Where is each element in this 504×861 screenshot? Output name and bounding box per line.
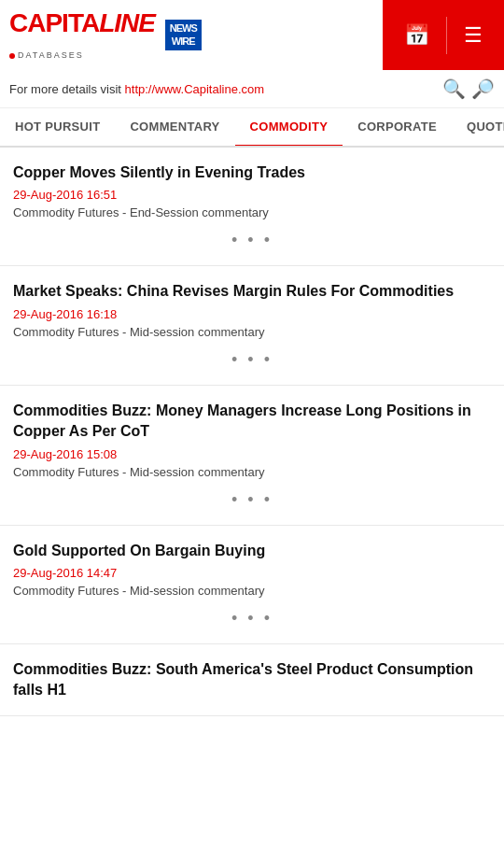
news-dots-2: • • • (13, 346, 491, 375)
info-bar: For more details visit http://www.Capita… (0, 70, 504, 108)
logo-news: NEWS (170, 22, 197, 35)
zoom-in-icon: 🔍 (442, 78, 466, 99)
header-actions: 📅 ☰ (383, 0, 504, 70)
news-dots-1: • • • (13, 227, 491, 256)
tab-hot-pursuit[interactable]: HOT PURSUIT (0, 108, 115, 148)
news-title-2: Market Speaks: China Revises Margin Rule… (13, 281, 491, 302)
logo-cap: CAPITA (9, 8, 99, 37)
zoom-in-button[interactable]: 🔍 (442, 78, 466, 100)
info-text: For more details visit http://www.Capita… (9, 82, 264, 96)
news-date-4: 29-Aug-2016 14:47 (13, 566, 491, 580)
tab-corporate[interactable]: CORPORATE (343, 108, 452, 148)
logo-newswire-box: NEWS WIRE (165, 20, 202, 49)
app-header: CAPITALINE NEWS WIRE DATABASES 📅 ☰ (0, 0, 504, 70)
menu-icon-button[interactable]: ☰ (447, 0, 499, 70)
info-prefix: For more details visit (9, 82, 125, 96)
navigation-tabs: HOT PURSUIT COMMENTARY COMMODITY CORPORA… (0, 108, 504, 148)
news-title-5: Commodities Buzz: South America's Steel … (13, 659, 491, 701)
calendar-icon: 📅 (404, 23, 429, 48)
news-category-4: Commodity Futures - Mid-session commenta… (13, 584, 491, 598)
news-dots-4: • • • (13, 605, 491, 634)
news-category-3: Commodity Futures - Mid-session commenta… (13, 465, 491, 479)
news-date-3: 29-Aug-2016 15:08 (13, 447, 491, 461)
zoom-out-icon: 🔎 (471, 78, 495, 99)
news-item-1[interactable]: Copper Moves Silently in Evening Trades … (0, 148, 504, 266)
news-item-4[interactable]: Gold Supported On Bargain Buying 29-Aug-… (0, 526, 504, 644)
news-title-1: Copper Moves Silently in Evening Trades (13, 162, 491, 183)
news-category-2: Commodity Futures - Mid-session commenta… (13, 325, 491, 339)
tab-commentary[interactable]: COMMENTARY (115, 108, 234, 148)
logo-section: CAPITALINE NEWS WIRE DATABASES (0, 0, 383, 70)
logo-wire: WIRE (172, 35, 195, 48)
info-link[interactable]: http://www.Capitaline.com (125, 82, 265, 96)
logo: CAPITALINE NEWS WIRE DATABASES (9, 10, 202, 59)
tab-commodity[interactable]: COMMODITY (235, 108, 343, 148)
news-item-2[interactable]: Market Speaks: China Revises Margin Rule… (0, 266, 504, 385)
news-dots-3: • • • (13, 487, 491, 515)
calendar-icon-button[interactable]: 📅 (387, 0, 446, 70)
news-item-5[interactable]: Commodities Buzz: South America's Steel … (0, 644, 504, 716)
logo-line: LINE (99, 8, 155, 37)
news-category-1: Commodity Futures - End-Session commenta… (13, 205, 491, 219)
hamburger-icon: ☰ (464, 23, 483, 48)
news-list: Copper Moves Silently in Evening Trades … (0, 148, 504, 716)
news-date-2: 29-Aug-2016 16:18 (13, 307, 491, 321)
info-row: For more details visit http://www.Capita… (9, 78, 495, 100)
tab-quotes[interactable]: QUOTES (452, 108, 504, 148)
news-item-3[interactable]: Commodities Buzz: Money Managers Increas… (0, 386, 504, 526)
logo-dot (9, 53, 15, 59)
logo-databases: DATABASES (18, 50, 84, 60)
news-title-3: Commodities Buzz: Money Managers Increas… (13, 401, 491, 443)
zoom-out-button[interactable]: 🔎 (471, 78, 495, 100)
news-date-1: 29-Aug-2016 16:51 (13, 188, 491, 202)
news-title-4: Gold Supported On Bargain Buying (13, 541, 491, 561)
